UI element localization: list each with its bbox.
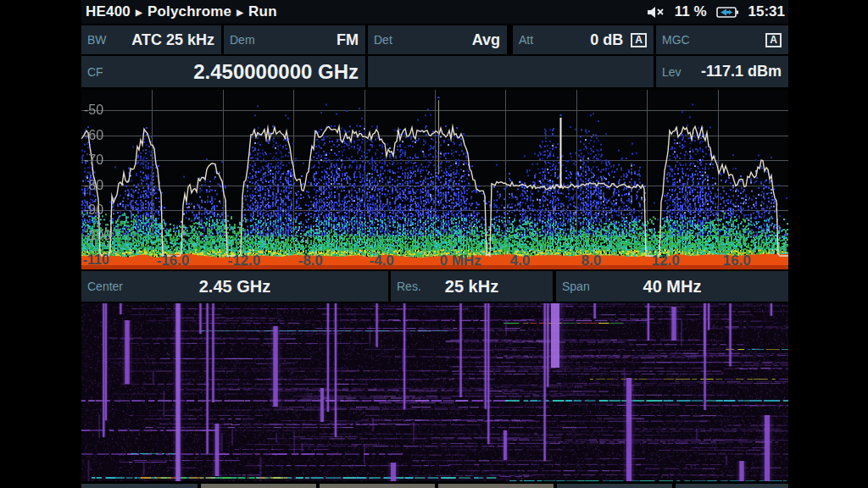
- breadcrumb[interactable]: HE400 ▶ Polychrome ▶ Run: [81, 3, 277, 20]
- x-axis-tick-label: 0 MHz: [440, 252, 481, 269]
- level-value: -117.1 dBm: [701, 63, 788, 80]
- level-label: Lev: [656, 65, 682, 79]
- speaker-muted-icon: [647, 6, 665, 19]
- detector-value: Avg: [472, 31, 507, 49]
- clock: 15:31: [748, 3, 785, 20]
- demodulation-cell[interactable]: Dem FM: [224, 25, 365, 54]
- resolution-value: 25 kHz: [391, 277, 553, 297]
- y-axis-tick-label: -80: [84, 178, 103, 193]
- x-axis-tick-label: -16.0: [157, 252, 190, 269]
- spectrum-display[interactable]: -50-60-70-80-90-100-110-16.0-12.0-8.0-4.…: [81, 90, 788, 269]
- softkey-button[interactable]: [438, 484, 554, 488]
- detector-cell[interactable]: Det Avg: [368, 25, 507, 54]
- softkey-button[interactable]: [320, 484, 435, 488]
- breadcrumb-device[interactable]: HE400: [86, 3, 131, 20]
- y-axis-tick-label: -50: [84, 103, 103, 118]
- blank-cell: [368, 56, 654, 87]
- cf-label: CF: [81, 65, 103, 79]
- x-axis-tick-label: -12.0: [228, 252, 261, 269]
- app-window: HE400 ▶ Polychrome ▶ Run 11 % 15:31 BW A…: [81, 0, 788, 488]
- cf-value: 2.450000000 GHz: [193, 60, 365, 84]
- center-value: 2.45 GHz: [81, 277, 388, 297]
- status-area: 11 % 15:31: [647, 3, 788, 20]
- breadcrumb-state[interactable]: Run: [248, 3, 277, 20]
- bw-cell[interactable]: BW ATC 25 kHz: [81, 25, 221, 54]
- x-axis-tick-label: -8.0: [298, 252, 323, 269]
- y-axis-tick-label: -100: [84, 228, 111, 243]
- waterfall-canvas[interactable]: [81, 303, 788, 481]
- y-axis-tick-label: -90: [84, 202, 103, 218]
- demodulation-value: FM: [337, 31, 365, 49]
- center-cell[interactable]: Center 2.45 GHz: [81, 271, 388, 302]
- bw-label: BW: [81, 33, 107, 47]
- span-cell[interactable]: Span 40 MHz: [556, 271, 788, 302]
- attenuation-label: Att: [513, 33, 533, 47]
- demodulation-label: Dem: [224, 33, 255, 47]
- softkey-bar: [81, 484, 788, 488]
- title-bar: HE400 ▶ Polychrome ▶ Run 11 % 15:31: [81, 0, 788, 24]
- bw-value: ATC 25 kHz: [131, 31, 221, 49]
- x-axis-tick-label: 8.0: [581, 252, 602, 269]
- resolution-cell[interactable]: Res. 25 kHz: [391, 271, 553, 302]
- mgc-auto-badge: A: [765, 33, 782, 47]
- detector-label: Det: [368, 33, 392, 47]
- breadcrumb-separator-icon: ▶: [136, 8, 142, 17]
- attenuation-cell[interactable]: Att 0 dB A: [513, 25, 654, 54]
- softkey-button[interactable]: [557, 484, 672, 488]
- center-frequency-cell[interactable]: CF 2.450000000 GHz: [81, 56, 365, 87]
- battery-percent: 11 %: [675, 3, 707, 20]
- mgc-label: MGC: [656, 33, 690, 47]
- x-axis-tick-label: 16.0: [723, 252, 751, 269]
- attenuation-value: 0 dB: [590, 31, 623, 49]
- softkey-button[interactable]: [201, 484, 316, 488]
- y-axis-tick-label: -60: [84, 128, 103, 143]
- battery-charging-icon: [716, 6, 739, 19]
- x-axis-tick-label: 12.0: [652, 252, 680, 269]
- polychrome-spectrum-canvas[interactable]: [81, 90, 788, 269]
- softkey-button[interactable]: [81, 484, 198, 488]
- x-axis-tick-label: 4.0: [510, 252, 531, 269]
- x-axis-tick-label: -4.0: [370, 252, 394, 269]
- breadcrumb-mode[interactable]: Polychrome: [147, 3, 231, 20]
- waterfall-display[interactable]: [81, 303, 788, 481]
- softkey-button[interactable]: [676, 484, 788, 488]
- y-axis-tick-label: -110: [83, 252, 109, 268]
- breadcrumb-separator-icon: ▶: [236, 8, 243, 17]
- mgc-cell[interactable]: MGC A: [656, 25, 788, 54]
- y-axis-tick-label: -70: [84, 152, 103, 168]
- attenuation-auto-badge: A: [631, 33, 647, 47]
- span-value: 40 MHz: [556, 277, 788, 297]
- level-cell[interactable]: Lev -117.1 dBm: [656, 56, 788, 87]
